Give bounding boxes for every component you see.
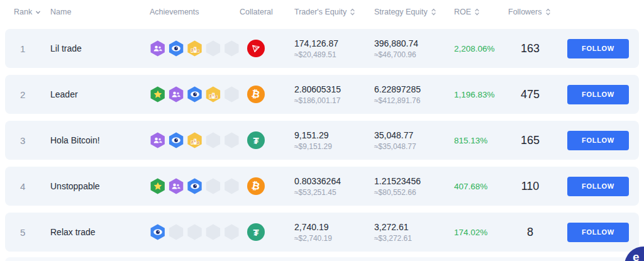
trader-equity-cell: 2,740.19 ≈$2,740.19 (294, 222, 374, 243)
table-body: 1 Lil trade 213 174,126.87 ≈$20,489.51 3… (5, 29, 639, 258)
achievement-people-icon (150, 40, 165, 57)
trader-row[interactable]: 1 Lil trade 213 174,126.87 ≈$20,489.51 3… (5, 29, 639, 68)
column-header-label: Trader's Equity (294, 8, 347, 16)
trader-name: Lil trade (50, 43, 150, 53)
achievements (150, 224, 240, 240)
follow-button[interactable]: FOLLOW (567, 223, 629, 242)
followers-count: 475 (508, 88, 552, 101)
trader-name: Leader (50, 89, 150, 99)
achievement-people-icon (150, 132, 165, 148)
column-header-rank[interactable]: Rank (14, 8, 50, 16)
trader-equity-usd: ≈$9,151.29 (294, 142, 374, 151)
followers-count: 165 (508, 134, 552, 147)
trader-name: Relax trade (50, 227, 150, 237)
achievement-people-icon (168, 178, 184, 194)
achievement-podium-icon: 213 (205, 86, 221, 103)
achievements (150, 178, 240, 194)
rank-value: 3 (14, 135, 50, 146)
column-header-label: ROE (454, 8, 471, 16)
achievement-badge-empty (205, 224, 221, 240)
follow-button[interactable]: FOLLOW (567, 39, 629, 58)
achievement-people-icon (168, 86, 184, 103)
column-header-followers[interactable]: Followers (508, 8, 552, 16)
column-header-label: Followers (508, 8, 542, 16)
collateral-cell: ₮ (240, 131, 294, 149)
achievement-badge-empty (205, 178, 221, 194)
achievement-eye-icon (168, 40, 184, 57)
achievement-star-icon (150, 178, 165, 194)
column-header-label: Achievements (150, 8, 199, 16)
trader-equity-usd: ≈$186,001.17 (294, 96, 374, 105)
trader-equity-cell: 9,151.29 ≈$9,151.29 (294, 130, 374, 151)
follow-button[interactable]: FOLLOW (567, 177, 629, 196)
strategy-equity-value: 3,272.61 (374, 222, 454, 232)
column-header-achievements: Achievements (150, 8, 240, 16)
column-header-strategy-equity[interactable]: Strategy Equity (374, 8, 454, 16)
trader-equity-value: 174,126.87 (294, 38, 374, 48)
btc-coin-icon: ₿ (247, 86, 265, 103)
sort-icon (431, 8, 436, 16)
svg-text:3: 3 (197, 141, 199, 145)
svg-text:3: 3 (215, 95, 217, 99)
followers-count: 8 (508, 226, 552, 239)
trader-equity-value: 2,740.19 (294, 222, 374, 232)
strategy-equity-usd: ≈$3,272.61 (374, 234, 454, 243)
chevron-down-icon (35, 9, 41, 15)
trader-name: Unstoppable (50, 181, 150, 191)
achievement-eye-icon (187, 86, 203, 103)
strategy-equity-value: 396,880.74 (374, 38, 454, 48)
trader-equity-value: 2.80605315 (294, 84, 374, 94)
svg-text:2: 2 (191, 48, 192, 52)
achievement-badge-empty (224, 40, 240, 57)
strategy-equity-usd: ≈$80,552.66 (374, 188, 454, 197)
achievement-badge-empty (168, 224, 184, 240)
svg-text:1: 1 (213, 93, 214, 97)
achievement-eye-icon (150, 224, 165, 240)
achievement-badge-empty (224, 132, 240, 148)
leaderboard-table: RankNameAchievementsCollateralTrader's E… (0, 0, 644, 261)
trader-equity-usd: ≈$20,489.51 (294, 50, 374, 59)
next-row-peek (5, 257, 639, 261)
trader-row[interactable]: 3 Hola Bitcoin! 213 ₮ 9,151.29 ≈$9,151.2… (5, 121, 639, 160)
btc-coin-icon: ₿ (247, 177, 265, 195)
collateral-cell (240, 40, 294, 57)
strategy-equity-cell: 35,048.77 ≈$35,048.77 (374, 130, 454, 151)
trader-row[interactable]: 4 Unstoppable ₿ 0.80336264 ≈$53,251.45 1… (5, 167, 639, 206)
column-header-label: Strategy Equity (374, 8, 428, 16)
table-header: RankNameAchievementsCollateralTrader's E… (5, 0, 639, 26)
column-header-collateral: Collateral (240, 8, 294, 16)
roe-value: 407.68% (454, 182, 508, 191)
collateral-cell: ₿ (240, 86, 294, 103)
achievement-eye-icon (168, 132, 184, 148)
achievement-eye-icon (187, 178, 203, 194)
column-header-label: Name (50, 8, 71, 16)
follow-button[interactable]: FOLLOW (567, 131, 629, 150)
svg-text:2: 2 (209, 94, 211, 98)
strategy-equity-value: 35,048.77 (374, 130, 454, 140)
follow-button[interactable]: FOLLOW (567, 85, 629, 104)
trader-row[interactable]: 5 Relax trade ₮ 2,740.19 ≈$2,740.19 3,27… (5, 213, 639, 252)
column-header-trader-s-equity[interactable]: Trader's Equity (294, 8, 374, 16)
column-header-name: Name (50, 8, 150, 16)
achievement-star-icon (150, 86, 165, 103)
rank-value: 4 (14, 181, 50, 192)
sort-icon (474, 8, 480, 16)
achievements: 213 (150, 132, 240, 148)
column-header-label: Rank (14, 8, 32, 16)
trader-equity-value: 9,151.29 (294, 130, 374, 140)
svg-text:1: 1 (194, 47, 196, 51)
roe-value: 2,208.06% (454, 44, 508, 53)
trx-coin-icon (247, 40, 265, 57)
usdt-coin-icon: ₮ (247, 223, 265, 241)
sort-icon (545, 8, 551, 16)
strategy-equity-usd: ≈$35,048.77 (374, 142, 454, 151)
svg-text:1: 1 (194, 139, 196, 143)
achievement-badge-empty (224, 178, 240, 194)
strategy-equity-usd: ≈$412,891.76 (374, 96, 454, 105)
strategy-equity-usd: ≈$46,700.96 (374, 50, 454, 59)
achievement-badge-empty (205, 40, 221, 57)
column-header-roe[interactable]: ROE (454, 8, 508, 16)
strategy-equity-value: 1.21523456 (374, 176, 454, 186)
trader-row[interactable]: 2 Leader 213 ₿ 2.80605315 ≈$186,001.17 6… (5, 75, 639, 114)
followers-count: 163 (508, 42, 552, 55)
